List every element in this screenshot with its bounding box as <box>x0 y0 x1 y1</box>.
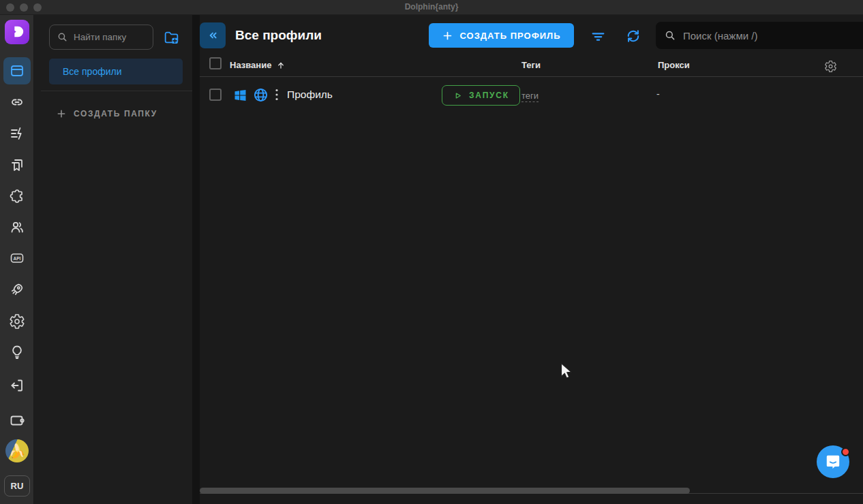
browser-profiles-icon <box>9 63 25 79</box>
sidebar-item-wallet[interactable] <box>3 407 31 434</box>
sidebar-item-team[interactable] <box>3 213 31 240</box>
kebab-menu-icon <box>271 88 282 101</box>
table-header: Название Теги Прокси <box>200 54 863 77</box>
sidebar-item-profiles[interactable] <box>3 57 31 84</box>
sidebar-item-extensions[interactable] <box>3 183 31 210</box>
sidebar-item-rocket[interactable] <box>3 276 31 303</box>
launch-profile-button[interactable]: ЗАПУСК <box>442 85 520 106</box>
sidebar-item-api[interactable]: API <box>3 245 31 272</box>
sidebar-item-proxy[interactable] <box>3 89 31 116</box>
horizontal-scrollbar-thumb[interactable] <box>200 488 690 494</box>
language-label: RU <box>11 481 24 491</box>
filter-icon <box>590 28 607 45</box>
dolphin-logo <box>5 20 29 44</box>
folder-item-label: Все профили <box>63 66 122 77</box>
refresh-icon <box>625 28 641 44</box>
profile-row: Профиль ЗАПУСК теги - <box>200 77 863 113</box>
panel-gutter <box>192 15 200 504</box>
folder-search-box[interactable] <box>49 25 153 50</box>
sidebar-item-ideas[interactable] <box>3 338 31 366</box>
icon-rail: API 🍌 RU <box>0 15 34 504</box>
dolphin-logo-icon <box>10 25 25 40</box>
page-title: Все профили <box>235 28 322 43</box>
dolphin-anty-window: Dolphin{anty} API <box>0 0 863 504</box>
sidebar-item-automation[interactable] <box>3 120 31 147</box>
table-settings-button[interactable] <box>821 57 839 75</box>
window-title: Dolphin{anty} <box>0 2 863 12</box>
link-icon <box>9 94 25 110</box>
puzzle-icon <box>9 188 25 204</box>
profile-name[interactable]: Профиль <box>287 89 333 101</box>
create-folder-button[interactable]: СОЗДАТЬ ПАПКУ <box>56 104 157 124</box>
row-proxy: - <box>656 89 660 99</box>
chat-bubble-icon <box>824 453 842 471</box>
column-name-label: Название <box>230 60 271 70</box>
sidebar-item-settings[interactable] <box>3 308 31 335</box>
column-header-proxy: Прокси <box>658 60 690 70</box>
collapse-sidebar-button[interactable] <box>200 22 226 48</box>
team-icon <box>9 219 25 235</box>
avatar-image: 🍌 <box>9 443 26 459</box>
browser-globe-icon <box>253 87 269 106</box>
create-folder-label: СОЗДАТЬ ПАПКУ <box>74 109 157 119</box>
sidebar-item-logout[interactable] <box>3 372 31 399</box>
create-profile-label: СОЗДАТЬ ПРОФИЛЬ <box>459 31 560 41</box>
play-icon <box>453 91 463 101</box>
profile-search-box[interactable] <box>656 22 863 49</box>
select-all-checkbox[interactable] <box>209 57 222 69</box>
windows-os-icon <box>234 89 247 104</box>
row-menu-button[interactable] <box>271 86 282 103</box>
automation-icon <box>9 125 25 142</box>
folder-divider <box>41 91 192 91</box>
folder-search-input[interactable] <box>74 32 146 42</box>
folder-plus-icon <box>163 29 180 46</box>
user-avatar[interactable]: 🍌 <box>5 439 29 462</box>
plus-icon <box>442 30 453 42</box>
profile-search-input[interactable] <box>683 30 855 42</box>
folder-item-all-profiles[interactable]: Все профили <box>49 59 183 84</box>
logout-icon <box>9 377 25 394</box>
main-content: Все профили СОЗДАТЬ ПРОФИЛЬ Название Тег… <box>200 15 863 504</box>
column-header-tags: Теги <box>521 60 541 70</box>
notification-dot <box>841 447 850 456</box>
sort-ascending-icon <box>276 61 286 70</box>
create-profile-button[interactable]: СОЗДАТЬ ПРОФИЛЬ <box>429 23 574 48</box>
folder-panel: Все профили СОЗДАТЬ ПАПКУ <box>34 15 192 504</box>
filter-button[interactable] <box>588 26 608 46</box>
search-icon <box>57 31 68 43</box>
gear-icon <box>9 313 25 330</box>
bookmarks-icon <box>9 157 25 173</box>
titlebar: Dolphin{anty} <box>0 0 863 15</box>
create-folder-icon-button[interactable] <box>161 27 181 48</box>
api-icon: API <box>9 250 25 266</box>
wallet-icon <box>9 412 25 428</box>
row-tags[interactable]: теги <box>521 91 539 102</box>
sidebar-item-bookmarks[interactable] <box>3 151 31 178</box>
launch-label: ЗАПУСК <box>469 91 509 100</box>
double-chevron-left-icon <box>206 29 219 42</box>
search-icon <box>664 29 676 42</box>
column-header-name[interactable]: Название <box>230 60 286 70</box>
svg-text:API: API <box>13 256 20 261</box>
plus-icon <box>56 108 67 119</box>
gear-icon <box>824 60 837 73</box>
row-checkbox[interactable] <box>209 89 222 101</box>
rocket-icon <box>9 281 25 298</box>
lightbulb-icon <box>9 344 25 360</box>
refresh-button[interactable] <box>623 26 644 46</box>
language-selector[interactable]: RU <box>4 475 30 497</box>
